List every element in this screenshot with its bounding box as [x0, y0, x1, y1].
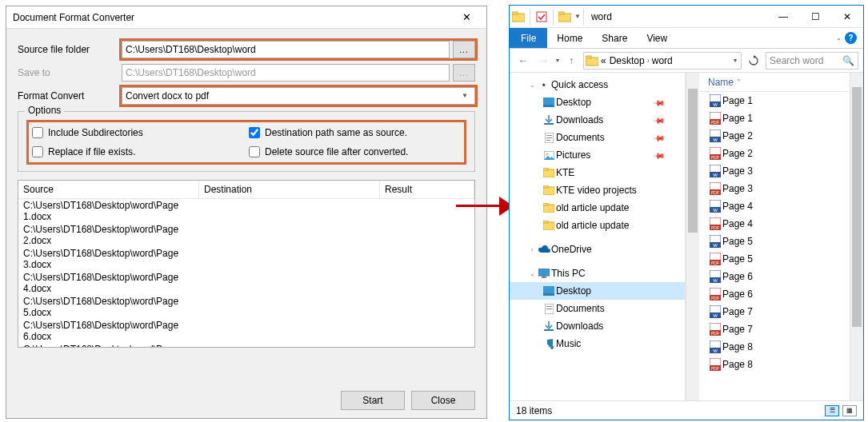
file-item[interactable]: WPage 2 — [700, 127, 850, 145]
nav-pc-downloads[interactable]: Downloads — [556, 320, 603, 332]
list-item[interactable]: C:\Users\DT168\Desktop\word\Page 2.docx — [18, 223, 474, 247]
nav-kte-video[interactable]: KTE video projects — [556, 185, 637, 196]
nav-old-article-1[interactable]: old article update — [556, 202, 629, 213]
details-view-button[interactable]: ☰ — [825, 405, 839, 416]
tab-home[interactable]: Home — [547, 28, 592, 48]
source-input[interactable]: C:\Users\DT168\Desktop\word — [122, 41, 450, 58]
nav-pc-music[interactable]: Music — [556, 338, 581, 349]
list-item[interactable]: C:\Users\DT168\Desktop\word\Page 4.docx — [18, 271, 474, 295]
icons-view-button[interactable]: ▦ — [842, 405, 857, 416]
file-item[interactable]: PDFPage 8 — [700, 356, 850, 373]
file-item[interactable]: WPage 8 — [700, 338, 850, 356]
svg-text:W: W — [713, 137, 718, 142]
file-item[interactable]: WPage 6 — [700, 268, 850, 285]
svg-rect-25 — [542, 276, 546, 278]
nav-this-pc[interactable]: This PC — [551, 268, 586, 279]
close-button[interactable]: Close — [411, 391, 475, 410]
pdf-icon: PDF — [708, 182, 722, 195]
svg-rect-27 — [543, 293, 554, 296]
file-item[interactable]: WPage 7 — [700, 303, 850, 320]
svg-rect-12 — [546, 137, 552, 138]
tab-view[interactable]: View — [637, 28, 677, 48]
nav-downloads[interactable]: Downloads — [556, 114, 603, 125]
check-icon[interactable] — [533, 11, 550, 22]
docx-icon: W — [708, 235, 722, 248]
nav-pc-documents[interactable]: Documents — [556, 303, 605, 314]
svg-rect-4 — [558, 12, 564, 14]
folder-icon — [542, 185, 556, 195]
file-item[interactable]: PDFPage 1 — [700, 109, 850, 127]
include-sub-checkbox[interactable]: Include Subdirectories — [32, 127, 244, 138]
file-item[interactable]: WPage 5 — [700, 233, 850, 250]
list-item[interactable]: C:\Users\DT168\Desktop\word\Page 6.docx — [18, 319, 474, 343]
nav-pictures[interactable]: Pictures — [556, 149, 590, 161]
minimize-button[interactable]: — — [767, 6, 799, 28]
docx-icon: W — [708, 129, 722, 142]
chevron-down-icon[interactable]: ▼ — [574, 13, 581, 20]
nav-documents[interactable]: Documents — [556, 132, 605, 143]
nav-pc-desktop[interactable]: Desktop — [556, 285, 591, 297]
nav-kte[interactable]: KTE — [556, 167, 574, 178]
tab-share[interactable]: Share — [592, 28, 637, 48]
replace-checkbox[interactable]: Replace if file exists. — [32, 146, 244, 157]
file-item[interactable]: PDFPage 3 — [700, 180, 850, 197]
refresh-button[interactable] — [745, 52, 762, 70]
list-item[interactable]: C:\Users\DT168\Desktop\word\Page 7.docx — [18, 343, 474, 348]
tab-file[interactable]: File — [510, 28, 547, 48]
forward-button[interactable]: → — [535, 52, 553, 70]
nav-tree[interactable]: ⌄⋆Quick access Desktop📌 Downloads📌 Docum… — [510, 73, 686, 400]
saveto-input[interactable]: C:\Users\DT168\Desktop\word — [122, 64, 450, 82]
col-source[interactable]: Source — [18, 181, 199, 198]
svg-text:PDF: PDF — [711, 366, 719, 371]
svg-rect-9 — [544, 123, 554, 125]
file-list[interactable]: Source Destination Result C:\Users\DT168… — [18, 180, 475, 348]
start-button[interactable]: Start — [341, 391, 405, 410]
file-item[interactable]: WPage 1 — [700, 92, 850, 109]
list-item[interactable]: C:\Users\DT168\Desktop\word\Page 1.docx — [18, 199, 474, 223]
up-button[interactable]: ↑ — [562, 52, 580, 70]
files-scrollbar[interactable] — [850, 73, 863, 400]
col-destination[interactable]: Destination — [199, 181, 380, 198]
nav-desktop[interactable]: Desktop — [556, 97, 591, 108]
file-item[interactable]: WPage 3 — [700, 162, 850, 180]
nav-onedrive[interactable]: OneDrive — [551, 244, 592, 255]
picture-icon — [542, 151, 556, 160]
breadcrumb[interactable]: « Desktop› word ▾ — [583, 52, 742, 70]
options-group: Options Include Subdirectories Destinati… — [18, 111, 475, 172]
file-item[interactable]: PDFPage 4 — [700, 215, 850, 233]
file-item[interactable]: PDFPage 2 — [700, 145, 850, 162]
list-item[interactable]: C:\Users\DT168\Desktop\word\Page 5.docx — [18, 295, 474, 319]
pdf-icon: PDF — [708, 112, 722, 125]
browse-saveto-button[interactable]: ... — [453, 64, 475, 82]
folder-small-icon[interactable] — [556, 11, 574, 22]
browse-source-button[interactable]: ... — [453, 41, 475, 58]
nav-old-article-2[interactable]: old article update — [556, 220, 629, 231]
svg-text:PDF: PDF — [711, 190, 719, 195]
maximize-button[interactable]: ☐ — [799, 6, 831, 28]
window-title: word — [591, 11, 612, 22]
delete-checkbox[interactable]: Delete source file after converted. — [249, 146, 461, 157]
svg-text:W: W — [713, 173, 718, 177]
nav-quick-access[interactable]: Quick access — [551, 79, 608, 90]
search-input[interactable]: Search word 🔍 — [766, 52, 858, 70]
close-icon[interactable]: ✕ — [453, 10, 480, 26]
column-header-name[interactable]: Name˄ — [700, 73, 850, 92]
format-combobox[interactable]: Convert docx to pdf ▼ — [122, 87, 475, 105]
expand-ribbon-icon[interactable]: ⌄ — [836, 34, 842, 42]
pdf-icon: PDF — [708, 253, 722, 265]
file-item[interactable]: WPage 4 — [700, 197, 850, 215]
file-pane[interactable]: Name˄ WPage 1PDFPage 1WPage 2PDFPage 2WP… — [700, 73, 850, 400]
file-item[interactable]: PDFPage 5 — [700, 250, 850, 268]
close-window-button[interactable]: ✕ — [831, 6, 863, 28]
nav-scrollbar[interactable] — [686, 73, 699, 400]
history-dropdown-icon[interactable]: ▾ — [556, 57, 559, 64]
item-count: 18 items — [516, 405, 552, 416]
back-button[interactable]: ← — [514, 52, 532, 70]
help-icon[interactable]: ? — [845, 32, 857, 44]
file-item[interactable]: PDFPage 7 — [700, 320, 850, 338]
docx-icon: W — [708, 340, 722, 353]
list-item[interactable]: C:\Users\DT168\Desktop\word\Page 3.docx — [18, 247, 474, 271]
file-item[interactable]: PDFPage 6 — [700, 285, 850, 303]
svg-rect-30 — [546, 309, 552, 309]
dest-same-checkbox[interactable]: Destination path same as source. — [249, 127, 461, 138]
